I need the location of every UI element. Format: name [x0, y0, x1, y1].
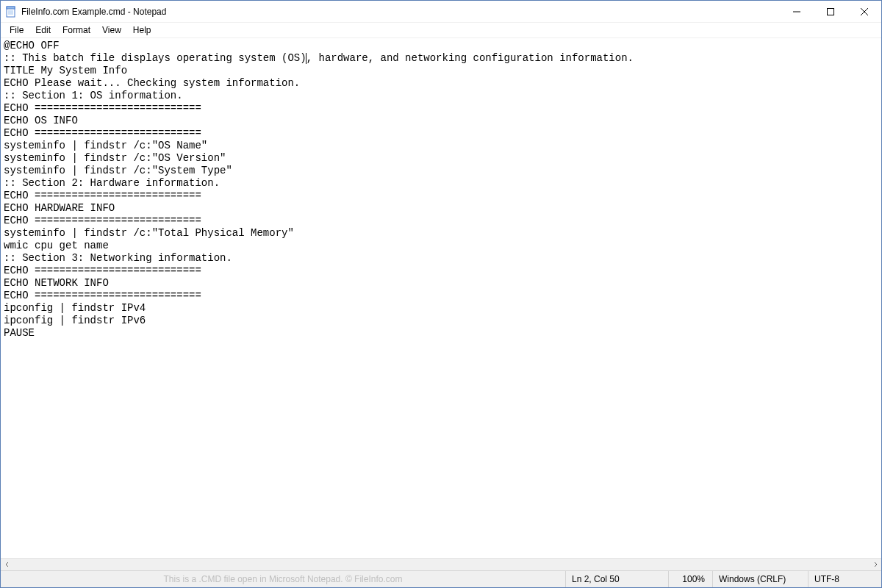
- status-encoding: UTF-8: [808, 571, 881, 587]
- window-title: FileInfo.com Example.cmd - Notepad: [21, 7, 166, 17]
- editor-text-pre-caret: @ECHO OFF :: This batch file displays op…: [4, 40, 306, 64]
- titlebar: FileInfo.com Example.cmd - Notepad: [1, 1, 881, 23]
- minimize-button[interactable]: [780, 1, 814, 22]
- menu-format[interactable]: Format: [57, 24, 96, 37]
- scroll-right-arrow-icon[interactable]: [869, 559, 881, 571]
- menu-view[interactable]: View: [96, 24, 127, 37]
- svg-rect-1: [7, 7, 15, 9]
- horizontal-scrollbar[interactable]: [1, 558, 881, 570]
- statusbar: This is a .CMD file open in Microsoft No…: [1, 570, 881, 587]
- menubar: File Edit Format View Help: [1, 23, 881, 38]
- maximize-button[interactable]: [814, 1, 847, 22]
- status-zoom-level: 100%: [668, 571, 712, 587]
- editor-text-post-caret: , hardware, and networking configuration…: [4, 52, 634, 339]
- menu-file[interactable]: File: [4, 24, 29, 37]
- svg-rect-6: [828, 8, 834, 15]
- menu-edit[interactable]: Edit: [29, 24, 57, 37]
- text-editor[interactable]: @ECHO OFF :: This batch file displays op…: [1, 38, 881, 558]
- status-line-ending: Windows (CRLF): [712, 571, 808, 587]
- menu-help[interactable]: Help: [127, 24, 157, 37]
- notepad-app-icon: [5, 6, 17, 18]
- status-watermark: This is a .CMD file open in Microsoft No…: [1, 571, 565, 587]
- status-cursor-position: Ln 2, Col 50: [565, 571, 668, 587]
- notepad-window: FileInfo.com Example.cmd - Notepad File …: [0, 0, 882, 588]
- editor-area: @ECHO OFF :: This batch file displays op…: [1, 38, 881, 558]
- window-controls: [780, 1, 881, 22]
- scroll-left-arrow-icon[interactable]: [1, 559, 13, 571]
- close-button[interactable]: [847, 1, 881, 22]
